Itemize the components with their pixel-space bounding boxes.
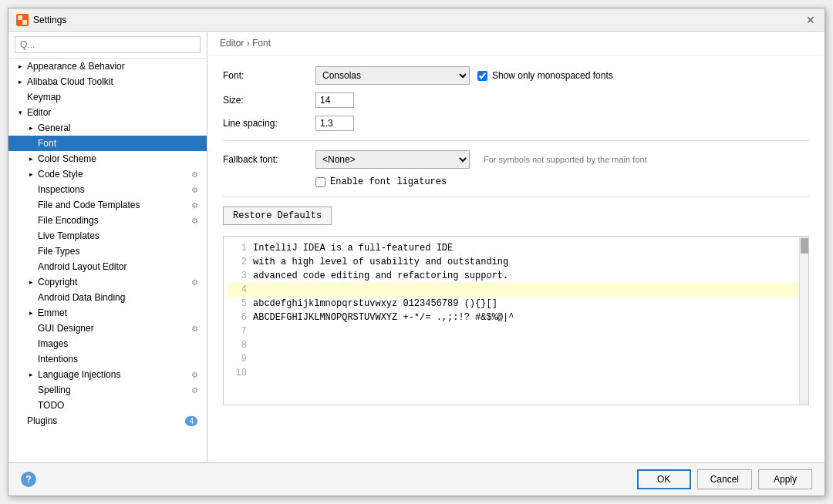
monospaced-checkbox-row[interactable]: Show only monospaced fonts	[477, 70, 613, 81]
sidebar-item-filetypes[interactable]: File Types	[8, 244, 207, 259]
breadcrumb: Editor › Font	[207, 32, 825, 55]
line-content: with a high level of usability and outst…	[253, 255, 508, 269]
sidebar-item-copyright[interactable]: ▸Copyright⚙	[8, 274, 207, 290]
line-number: 4	[228, 283, 247, 297]
code-line: 4	[228, 283, 799, 297]
monospaced-checkbox[interactable]	[477, 71, 487, 81]
app-icon	[16, 14, 29, 26]
sidebar-item-colorscheme[interactable]: ▸Color Scheme	[8, 151, 207, 166]
search-box	[8, 32, 207, 59]
sidebar-item-languageinjections[interactable]: ▸Language Injections⚙	[8, 367, 207, 382]
sidebar-item-alibaba[interactable]: ▸Alibaba Cloud Toolkit	[8, 74, 207, 89]
settings-icon: ⚙	[188, 278, 201, 287]
chevron-icon: ▸	[15, 78, 25, 86]
size-input[interactable]	[315, 92, 354, 108]
sidebar-item-todo[interactable]: TODO	[8, 398, 207, 413]
chevron-icon: ▸	[25, 309, 36, 317]
settings-icon: ⚙	[188, 371, 201, 379]
line-number: 2	[228, 255, 247, 269]
chevron-icon: ▸	[25, 124, 36, 132]
size-row: Size:	[223, 92, 809, 108]
code-line: 3advanced code editing and refactoring s…	[228, 269, 799, 283]
line-number: 1	[228, 241, 247, 255]
sidebar-item-emmet[interactable]: ▸Emmet	[8, 305, 207, 321]
svg-rect-2	[22, 20, 27, 25]
help-button[interactable]: ?	[21, 472, 36, 487]
dialog-title: Settings	[33, 15, 66, 25]
fallback-font-row: Fallback font: <None> For symbols not su…	[223, 150, 809, 169]
chevron-icon: ▸	[25, 155, 36, 163]
dialog-footer: ? OK Cancel Apply	[8, 462, 825, 496]
ok-button[interactable]: OK	[637, 469, 691, 489]
chevron-icon: ▸	[25, 371, 36, 378]
sidebar-item-label: Spelling	[38, 385, 187, 395]
sidebar-item-general[interactable]: ▸General	[8, 120, 207, 136]
line-number: 9	[228, 352, 247, 366]
sidebar-item-label: Live Templates	[38, 230, 201, 241]
sidebar-item-editor[interactable]: ▾Editor	[8, 105, 207, 120]
sidebar-item-intentions[interactable]: Intentions	[8, 351, 207, 367]
search-input[interactable]	[15, 36, 201, 53]
monospaced-label: Show only monospaced fonts	[492, 70, 613, 81]
cancel-button[interactable]: Cancel	[697, 469, 752, 489]
ligatures-checkbox[interactable]	[315, 177, 325, 187]
code-line: 6ABCDEFGHIJKLMNOPQRSTUVWXYZ +-*/= .,;:!?…	[228, 311, 799, 324]
chevron-icon: ▸	[15, 62, 25, 70]
dialog-body: ▸Appearance & Behavior▸Alibaba Cloud Too…	[8, 32, 825, 462]
sidebar-item-keymap[interactable]: Keymap	[8, 89, 207, 105]
preview-content: 1IntelliJ IDEA is a full-featured IDE2wi…	[224, 237, 799, 405]
sidebar-item-filecodetemplates[interactable]: File and Code Templates⚙	[8, 197, 207, 213]
settings-icon: ⚙	[188, 324, 201, 333]
close-button[interactable]: ✕	[804, 14, 817, 26]
sidebar-item-plugins[interactable]: Plugins4	[8, 413, 207, 428]
sidebar-item-images[interactable]: Images	[8, 336, 207, 351]
size-label: Size:	[223, 95, 315, 106]
line-spacing-input[interactable]	[315, 116, 354, 131]
code-line: 5abcdefghijklmnopqrstuvwxyz 0123456789 (…	[228, 297, 799, 311]
settings-icon: ⚙	[188, 217, 201, 225]
chevron-icon: ▾	[15, 109, 25, 116]
sidebar-item-label: File Encodings	[38, 215, 187, 226]
sidebar-item-livetemplates[interactable]: Live Templates	[8, 228, 207, 244]
apply-button[interactable]: Apply	[758, 469, 812, 489]
title-bar-left: Settings	[16, 14, 66, 26]
sidebar-item-androidlayout[interactable]: Android Layout Editor	[8, 259, 207, 274]
sidebar-item-label: Android Data Binding	[38, 292, 201, 303]
main-panel: Editor › Font Font: ConsolasCourier NewD…	[207, 32, 825, 462]
ligatures-checkbox-row[interactable]: Enable font ligatures	[315, 176, 447, 187]
sidebar-item-label: Color Scheme	[38, 153, 201, 164]
chevron-icon: ▸	[25, 278, 36, 286]
separator2	[223, 197, 809, 197]
line-number: 8	[228, 338, 247, 352]
sidebar-item-font[interactable]: Font	[8, 136, 207, 151]
line-number: 3	[228, 269, 247, 283]
settings-icon: ⚙	[188, 386, 201, 395]
line-spacing-label: Line spacing:	[223, 118, 315, 129]
title-bar: Settings ✕	[8, 8, 825, 32]
sidebar-item-label: Alibaba Cloud Toolkit	[27, 76, 201, 87]
sidebar-item-fileencodings[interactable]: File Encodings⚙	[8, 213, 207, 228]
separator1	[223, 140, 809, 141]
preview-scrollbar[interactable]	[799, 237, 808, 405]
line-spacing-row: Line spacing:	[223, 116, 809, 131]
code-line: 9	[228, 352, 799, 366]
ligatures-label: Enable font ligatures	[330, 176, 447, 187]
badge: 4	[185, 416, 197, 426]
sidebar-item-androiddatabinding[interactable]: Android Data Binding	[8, 290, 207, 305]
sidebar-item-spelling[interactable]: Spelling⚙	[8, 382, 207, 398]
sidebar-item-guidesigner[interactable]: GUI Designer⚙	[8, 321, 207, 336]
ligatures-row: Enable font ligatures	[223, 176, 809, 187]
scrollbar-thumb[interactable]	[801, 238, 808, 254]
footer-right: OK Cancel Apply	[637, 469, 812, 489]
svg-rect-1	[18, 15, 22, 20]
restore-defaults-button[interactable]: Restore Defaults	[223, 207, 332, 225]
sidebar-item-codestyle[interactable]: ▸Code Style⚙	[8, 166, 207, 182]
content-area: Font: ConsolasCourier NewDejaVu Sans Mon…	[207, 55, 825, 462]
sidebar-item-appearance[interactable]: ▸Appearance & Behavior	[8, 59, 207, 74]
font-label: Font:	[223, 70, 315, 81]
line-content: IntelliJ IDEA is a full-featured IDE	[253, 241, 453, 255]
code-line: 1IntelliJ IDEA is a full-featured IDE	[228, 241, 799, 255]
fallback-font-select[interactable]: <None>	[315, 150, 470, 169]
font-select[interactable]: ConsolasCourier NewDejaVu Sans MonoFira …	[315, 66, 470, 85]
sidebar-item-inspections[interactable]: Inspections⚙	[8, 182, 207, 197]
